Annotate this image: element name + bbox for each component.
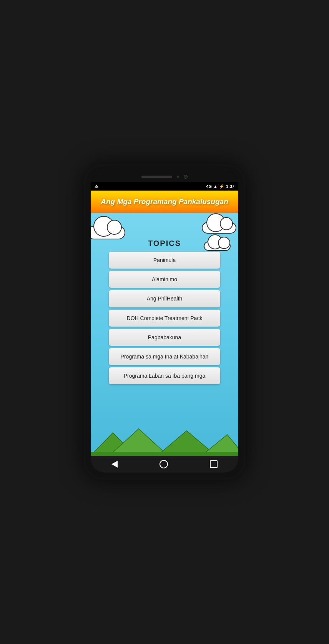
topic-btn-panimula[interactable]: Panimula bbox=[109, 252, 220, 269]
phone-screen: ⚠ 4G ▲ ⚡ 1:37 Ang Mga Programang Pankalu… bbox=[91, 171, 238, 473]
speaker-grill bbox=[141, 176, 172, 178]
header-banner: Ang Mga Programang Pankalusugan bbox=[91, 191, 238, 213]
phone-top-hardware bbox=[91, 171, 238, 182]
recents-button[interactable] bbox=[204, 457, 224, 471]
app-title: Ang Mga Programang Pankalusugan bbox=[95, 198, 234, 206]
back-button[interactable] bbox=[105, 458, 124, 471]
topic-btn-programa-laban[interactable]: Programa Laban sa Iba pang mga bbox=[109, 367, 220, 384]
status-bar: ⚠ 4G ▲ ⚡ 1:37 bbox=[91, 182, 238, 191]
signal-bars-icon: ▲ bbox=[213, 184, 218, 189]
sensor bbox=[177, 176, 179, 178]
warning-icon: ⚠ bbox=[95, 184, 98, 189]
main-screen: Ang Mga Programang Pankalusugan TOPICS P… bbox=[91, 191, 238, 456]
signal-label: 4G bbox=[206, 184, 212, 189]
topic-btn-programa-ina[interactable]: Programa sa mga Ina at Kababaihan bbox=[109, 348, 220, 365]
topic-btn-philhealth[interactable]: Ang PhilHealth bbox=[109, 290, 220, 307]
battery-icon: ⚡ bbox=[219, 184, 224, 189]
navigation-bar bbox=[91, 456, 238, 473]
topics-heading: TOPICS bbox=[148, 239, 181, 248]
clock: 1:37 bbox=[226, 184, 234, 189]
topic-btn-pagbabakuna[interactable]: Pagbabakuna bbox=[109, 329, 220, 346]
cloud-2 bbox=[202, 222, 236, 234]
topic-btn-alamin-mo[interactable]: Alamin mo bbox=[109, 271, 220, 288]
status-right: 4G ▲ ⚡ 1:37 bbox=[206, 184, 234, 189]
topics-section: TOPICS Panimula Alamin mo Ang PhilHealth… bbox=[91, 236, 238, 456]
home-button[interactable] bbox=[153, 457, 174, 471]
topic-btn-doh-complete[interactable]: DOH Complete Treatment Pack bbox=[109, 310, 220, 327]
phone-device: ⚠ 4G ▲ ⚡ 1:37 Ang Mga Programang Pankalu… bbox=[84, 164, 245, 480]
status-left: ⚠ bbox=[95, 184, 98, 189]
camera bbox=[184, 175, 188, 179]
